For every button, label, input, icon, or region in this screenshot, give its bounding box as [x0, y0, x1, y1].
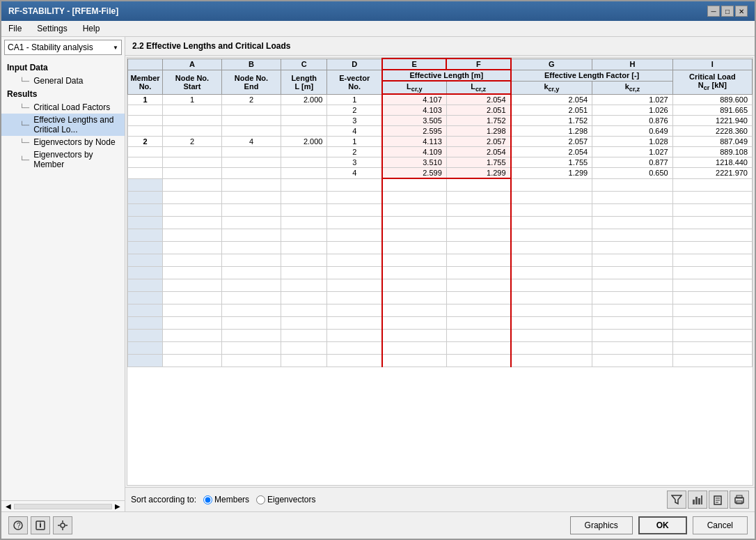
icon-btn-3[interactable] [709, 491, 728, 509]
close-button[interactable]: ✕ [735, 6, 748, 17]
radio-eigenvectors[interactable]: Eigenvectors [256, 495, 315, 504]
graphics-button[interactable]: Graphics [570, 516, 633, 534]
header-kcry: kcr,y [511, 81, 592, 94]
toolbar-icons [667, 491, 749, 509]
menu-help[interactable]: Help [80, 22, 103, 35]
cell-ncr: 2221.970 [672, 168, 752, 179]
minimize-button[interactable]: ─ [707, 6, 720, 17]
footer-btn-3[interactable] [53, 516, 72, 534]
settings-icon [57, 520, 68, 531]
scroll-left-icon[interactable]: ◀ [3, 502, 14, 510]
cell-lcry: 3.505 [382, 116, 446, 126]
cell-member [128, 157, 163, 168]
radio-members[interactable]: Members [203, 495, 249, 504]
col-letter-h: H [592, 59, 673, 70]
sort-label: Sort according to: [131, 495, 196, 504]
footer-right: Graphics OK Cancel [570, 516, 748, 534]
maximize-button[interactable]: □ [721, 6, 734, 17]
cell-lcrz: 1.299 [446, 168, 510, 179]
sidebar-item-general-data[interactable]: └─ General Data [1, 75, 125, 87]
tree-dash-icon4: └─ [19, 139, 29, 146]
svg-point-16 [40, 522, 41, 523]
cell-length [281, 105, 327, 116]
chart-icon [692, 494, 703, 505]
section-input-data[interactable]: Input Data [1, 61, 125, 75]
col-letter-g: G [511, 59, 592, 70]
radio-members-input[interactable] [203, 495, 212, 504]
cell-length [281, 168, 327, 179]
cell-lcrz: 1.755 [446, 157, 510, 168]
empty-row [128, 354, 753, 367]
cell-kcry: 1.298 [511, 126, 592, 137]
effective-lengths-label: Effective Lengths and Critical Lo... [33, 115, 119, 134]
icon-btn-2[interactable] [688, 491, 707, 509]
empty-row [128, 229, 753, 241]
cell-lcry: 4.107 [382, 94, 446, 105]
cancel-button[interactable]: Cancel [693, 516, 748, 534]
header-length: LengthL [m] [281, 70, 327, 94]
table-row: 1 1 2 2.000 1 4.107 2.054 2.054 1.027 88… [128, 94, 753, 105]
header-node-end: Node No.End [222, 70, 281, 94]
analysis-combo[interactable]: CA1 - Stability analysis ▼ [4, 40, 122, 55]
critical-load-label: Critical Load Factors [33, 102, 110, 112]
empty-row [128, 279, 753, 291]
cell-evector: 1 [327, 137, 382, 147]
footer-btn-2[interactable] [31, 516, 50, 534]
table-row: 2 2 4 2.000 1 4.113 2.057 2.057 1.028 88… [128, 137, 753, 147]
cell-ncr: 2228.360 [672, 126, 752, 137]
cell-lcrz: 1.298 [446, 126, 510, 137]
svg-rect-4 [701, 495, 702, 504]
empty-row [128, 203, 753, 216]
cell-member [128, 168, 163, 179]
empty-row [128, 291, 753, 304]
empty-row [128, 178, 753, 191]
cell-kcrz: 0.877 [592, 157, 673, 168]
menu-file[interactable]: File [6, 22, 24, 35]
cell-lcry: 3.510 [382, 157, 446, 168]
cell-kcry: 2.057 [511, 137, 592, 147]
cell-length [281, 116, 327, 126]
svg-text:?: ? [17, 522, 21, 530]
bottom-bar: Sort according to: Members Eigenvectors [125, 487, 755, 511]
sidebar-item-effective-lengths[interactable]: └─ Effective Lengths and Critical Lo... [1, 114, 125, 136]
data-table-container: A B C D E F G H I MemberNo. [127, 57, 753, 486]
cell-lcrz: 2.057 [446, 137, 510, 147]
table-row: 3 3.510 1.755 1.755 0.877 1218.440 [128, 157, 753, 168]
cell-lcrz: 2.054 [446, 94, 510, 105]
cell-node-end [222, 116, 281, 126]
cell-length [281, 147, 327, 157]
sidebar-item-eigenvectors-member[interactable]: └─ Eigenvectors by Member [1, 148, 125, 171]
cell-ncr: 1218.440 [672, 157, 752, 168]
cell-evector: 2 [327, 105, 382, 116]
icon-btn-4[interactable] [730, 491, 749, 509]
section-results[interactable]: Results [1, 87, 125, 101]
cell-node-start [163, 147, 222, 157]
cell-kcrz: 0.650 [592, 168, 673, 179]
header-node-start: Node No.Start [163, 70, 222, 94]
sidebar-item-critical-load-factors[interactable]: └─ Critical Load Factors [1, 101, 125, 114]
scroll-right-icon[interactable]: ▶ [112, 502, 123, 510]
radio-eigenvectors-label: Eigenvectors [267, 495, 315, 504]
scroll-track[interactable] [14, 504, 112, 509]
cell-node-end [222, 147, 281, 157]
menu-settings[interactable]: Settings [34, 22, 70, 35]
svg-rect-1 [693, 500, 695, 504]
tree-dash-icon3: └─ [19, 121, 29, 129]
cell-lcry: 2.599 [382, 168, 446, 179]
footer-btn-1[interactable]: ? [8, 516, 28, 534]
empty-row [128, 254, 753, 266]
radio-eigenvectors-input[interactable] [256, 495, 265, 504]
window-title: RF-STABILITY - [RFEM-File] [8, 6, 118, 16]
table-row: 2 4.103 2.051 2.051 1.026 891.665 [128, 105, 753, 116]
sidebar-scrollbar[interactable]: ◀ ▶ [1, 500, 125, 511]
cell-node-start: 2 [163, 137, 222, 147]
cell-node-start [163, 105, 222, 116]
cell-node-start [163, 168, 222, 179]
header-evector: E-vectorNo. [327, 70, 382, 94]
ok-button[interactable]: OK [638, 516, 687, 534]
icon-btn-1[interactable] [667, 491, 686, 509]
sidebar-item-eigenvectors-node[interactable]: └─ Eigenvectors by Node [1, 136, 125, 148]
cell-node-end [222, 126, 281, 137]
col-letter-f: F [446, 59, 510, 70]
cell-node-start [163, 116, 222, 126]
